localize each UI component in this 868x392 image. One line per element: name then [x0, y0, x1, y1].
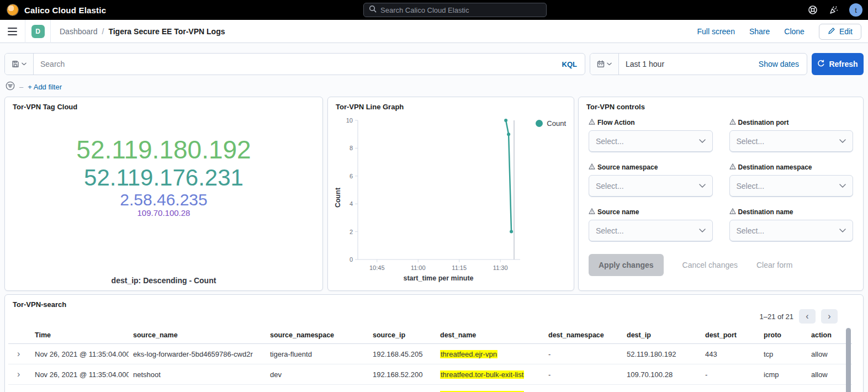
apply-changes-button[interactable]: Apply changes — [589, 254, 664, 276]
cell-time: Nov 26, 2021 @ 11:35:04.000 — [30, 364, 129, 385]
global-search[interactable] — [363, 3, 547, 17]
cell-dest-namespace: - — [544, 385, 622, 392]
expand-row-icon[interactable]: › — [13, 369, 20, 379]
cell-source-name: eks-log-forwarder-5bd4659786-cwd2r — [129, 344, 266, 364]
controls-grid: Flow Action Select... Destination port S… — [579, 111, 863, 242]
breadcrumb-dashboard[interactable]: Dashboard — [60, 27, 98, 36]
expand-row-icon[interactable]: › — [13, 349, 20, 358]
cell-proto: tcp — [759, 344, 807, 364]
search-input[interactable] — [34, 54, 554, 75]
add-filter-button[interactable]: + Add filter — [28, 83, 62, 91]
column-header[interactable]: action — [807, 327, 852, 344]
refresh-button[interactable]: Refresh — [812, 53, 864, 75]
column-header[interactable]: dest_port — [701, 327, 759, 344]
cell-time: Nov 26, 2021 @ 11:35:04.000 — [30, 344, 129, 364]
table-row: › Nov 26, 2021 @ 11:35:04.000 netshoot d… — [8, 364, 852, 385]
warning-icon — [589, 208, 595, 216]
column-header[interactable]: Time — [30, 327, 129, 344]
filter-dash: – — [19, 83, 23, 91]
search-icon — [369, 5, 377, 15]
cell-dest-ip: 52.119.180.192 — [622, 344, 701, 364]
highlighted-dest-name: threatfeed.ejr-vpn — [440, 350, 497, 358]
cell-time: Nov 26, 2021 @ 11:34:54.000 — [30, 385, 129, 392]
destination-namespace-select[interactable]: Select... — [729, 175, 854, 197]
tag-ip-4[interactable]: 109.70.100.28 — [137, 209, 190, 218]
column-header[interactable]: dest_ip — [622, 327, 701, 344]
share-button[interactable]: Share — [749, 27, 770, 36]
tag-ip-2[interactable]: 52.119.176.231 — [84, 165, 244, 190]
query-bar: KQL Last 1 hour Show dates Refresh — [4, 53, 864, 75]
announcements-icon[interactable] — [828, 4, 839, 15]
global-search-input[interactable] — [380, 6, 541, 14]
full-screen-button[interactable]: Full screen — [697, 27, 734, 36]
top-bar-icons: t — [807, 0, 862, 20]
previous-page-icon[interactable]: ‹ — [799, 309, 816, 324]
tag-cloud-caption: dest_ip: Descending - Count — [5, 276, 322, 285]
cell-dest-ip: 109.70.100.28 — [622, 364, 701, 385]
edit-button[interactable]: Edit — [819, 24, 861, 40]
cell-dest-name: threatfeed.tor-bulk-exit-list — [436, 385, 544, 392]
help-icon[interactable] — [807, 4, 818, 15]
column-header[interactable]: dest_name — [436, 327, 544, 344]
table-scrollbar[interactable] — [846, 328, 851, 392]
brand-name: Calico Cloud Elastic — [24, 6, 106, 15]
table-row: › Nov 26, 2021 @ 11:35:04.000 eks-log-fo… — [8, 344, 852, 364]
clone-button[interactable]: Clone — [784, 27, 805, 36]
line-graph-panel-title: Tor-VPN Line Graph — [328, 97, 574, 111]
tag-cloud: 52.119.180.192 52.119.176.231 2.58.46.23… — [5, 136, 322, 218]
dashboard-app-badge[interactable]: D — [31, 25, 45, 38]
destination-name-select[interactable]: Select... — [729, 220, 854, 242]
cancel-changes-button[interactable]: Cancel changes — [682, 261, 738, 269]
cell-dest-namespace: - — [544, 344, 622, 364]
saved-query-menu-button[interactable] — [5, 54, 34, 75]
page-title: Tigera Secure EE Tor-VPN Logs — [108, 27, 225, 36]
refresh-icon — [817, 60, 825, 69]
filter-icon[interactable] — [6, 81, 15, 93]
expand-row-icon[interactable]: › — [13, 390, 20, 392]
calendar-menu-button[interactable] — [590, 54, 619, 75]
chart-legend[interactable]: Count — [536, 119, 566, 128]
menu-icon[interactable] — [0, 20, 25, 43]
cell-source-ip: 192.168.52.200 — [368, 364, 436, 385]
warning-icon — [589, 119, 595, 126]
warning-icon — [729, 119, 736, 126]
column-header[interactable]: dest_namespace — [544, 327, 622, 344]
user-avatar[interactable]: t — [849, 3, 862, 17]
show-dates-button[interactable]: Show dates — [751, 60, 807, 68]
svg-text:0: 0 — [350, 256, 353, 263]
destination-port-select[interactable]: Select... — [729, 130, 854, 152]
breadcrumb: Dashboard / Tigera Secure EE Tor-VPN Log… — [51, 27, 225, 36]
cell-source-namespace: dev — [266, 364, 368, 385]
field-flow-action: Flow Action Select... — [589, 119, 713, 152]
svg-text:10: 10 — [346, 117, 353, 124]
brand[interactable]: Calico Cloud Elastic — [0, 4, 106, 16]
time-range-value[interactable]: Last 1 hour — [619, 60, 751, 68]
kql-language-button[interactable]: KQL — [554, 54, 585, 75]
dashboard-page: Calico Cloud Elastic t D Dashboard / Ti — [0, 0, 868, 392]
cell-source-ip: 192.168.45.205 — [368, 344, 436, 364]
x-axis-title: start_time per minute — [403, 274, 473, 282]
cell-source-namespace: tigera-fluentd — [266, 344, 368, 364]
flow-action-select[interactable]: Select... — [589, 130, 713, 152]
next-page-icon[interactable]: › — [821, 309, 838, 324]
warning-icon — [729, 208, 736, 216]
svg-text:11:15: 11:15 — [452, 264, 467, 271]
line-chart-svg: 0246810 10:4511:0011:1511:30 start_time … — [334, 115, 561, 287]
search-table-panel: Tor-VPN-search 1–21 of 21 ‹ › Time sourc… — [4, 294, 864, 392]
filter-row: – + Add filter — [6, 81, 62, 93]
source-name-select[interactable]: Select... — [589, 220, 713, 242]
top-app-bar: Calico Cloud Elastic t — [0, 0, 868, 20]
column-header[interactable]: source_ip — [368, 327, 436, 344]
dashboard-badge-wrap: D — [25, 20, 51, 43]
y-axis-ticks: 0246810 — [346, 117, 358, 263]
tag-ip-1[interactable]: 52.119.180.192 — [76, 136, 251, 165]
clear-form-button[interactable]: Clear form — [756, 261, 792, 269]
column-header[interactable]: source_name — [129, 327, 266, 344]
tag-ip-3[interactable]: 2.58.46.235 — [120, 190, 207, 209]
source-namespace-select[interactable]: Select... — [589, 175, 713, 197]
cell-dest-port: - — [701, 364, 759, 385]
cell-dest-name: threatfeed.ejr-vpn — [436, 344, 544, 364]
pagination: 1–21 of 21 ‹ › — [760, 309, 838, 324]
column-header[interactable]: proto — [759, 327, 807, 344]
column-header[interactable]: source_namespace — [266, 327, 368, 344]
